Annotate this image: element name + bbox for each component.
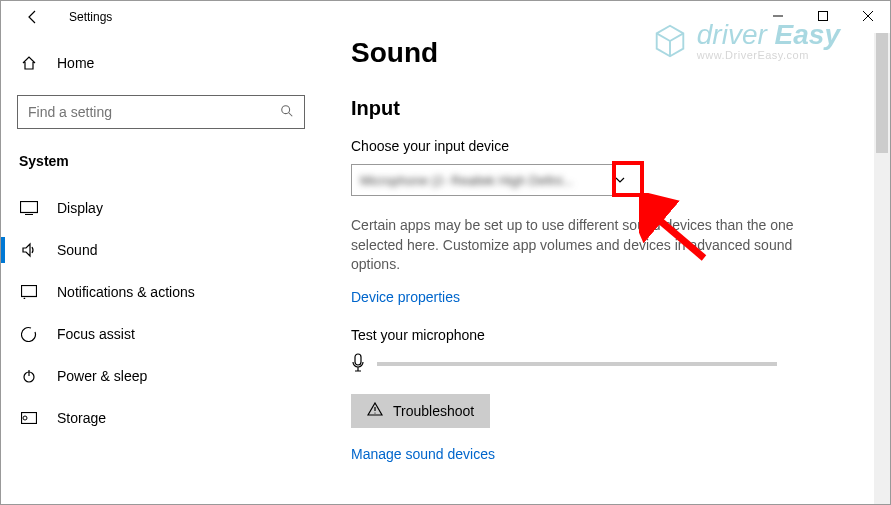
svg-point-4: [282, 105, 290, 113]
back-button[interactable]: [17, 1, 49, 33]
troubleshoot-button[interactable]: Troubleshoot: [351, 394, 490, 428]
sidebar-category: System: [9, 145, 313, 187]
warning-icon: [367, 402, 383, 419]
main-content: Sound Input Choose your input device Mic…: [321, 33, 890, 504]
mic-test-row: [351, 353, 860, 376]
svg-point-15: [374, 413, 375, 414]
focus-assist-icon: [19, 326, 39, 342]
test-mic-label: Test your microphone: [351, 327, 860, 343]
troubleshoot-label: Troubleshoot: [393, 403, 474, 419]
svg-line-5: [289, 112, 293, 116]
sidebar-item-label: Power & sleep: [57, 368, 147, 384]
chevron-down-icon: [608, 166, 632, 194]
svg-rect-11: [22, 413, 37, 424]
search-box[interactable]: [17, 95, 305, 129]
svg-point-12: [23, 416, 27, 420]
sidebar-item-label: Focus assist: [57, 326, 135, 342]
vertical-scrollbar[interactable]: [874, 33, 890, 504]
sidebar-item-display[interactable]: Display: [9, 187, 313, 229]
maximize-button[interactable]: [800, 1, 845, 31]
minimize-button[interactable]: [755, 1, 800, 31]
window-title: Settings: [69, 10, 112, 24]
input-device-dropdown[interactable]: Microphone (2- Realtek High Defini...: [351, 164, 641, 196]
choose-device-label: Choose your input device: [351, 138, 860, 154]
home-label: Home: [57, 55, 94, 71]
display-icon: [19, 201, 39, 215]
sidebar-item-label: Storage: [57, 410, 106, 426]
search-input[interactable]: [28, 104, 254, 120]
home-icon: [19, 55, 39, 71]
sidebar-item-label: Sound: [57, 242, 97, 258]
sidebar-item-storage[interactable]: Storage: [9, 397, 313, 439]
power-icon: [19, 368, 39, 384]
device-properties-link[interactable]: Device properties: [351, 289, 460, 305]
manage-sound-devices-link[interactable]: Manage sound devices: [351, 446, 495, 462]
svg-rect-6: [21, 202, 38, 213]
page-title: Sound: [351, 37, 860, 69]
sidebar-item-focus-assist[interactable]: Focus assist: [9, 313, 313, 355]
mic-level-bar: [377, 362, 777, 366]
sidebar: Home System Display Sound Notifica: [1, 33, 321, 504]
svg-rect-1: [818, 12, 827, 21]
svg-rect-8: [22, 286, 37, 297]
dropdown-selected-value: Microphone (2- Realtek High Defini...: [360, 173, 573, 188]
sidebar-item-notifications[interactable]: Notifications & actions: [9, 271, 313, 313]
search-icon: [280, 104, 294, 121]
input-device-helper-text: Certain apps may be set up to use differ…: [351, 216, 801, 275]
notifications-icon: [19, 285, 39, 299]
microphone-icon: [351, 353, 365, 376]
close-button[interactable]: [845, 1, 890, 31]
sidebar-item-sound[interactable]: Sound: [9, 229, 313, 271]
input-section-header: Input: [351, 97, 860, 120]
sidebar-home[interactable]: Home: [9, 43, 313, 83]
svg-rect-13: [355, 354, 361, 365]
sound-icon: [19, 242, 39, 258]
scrollbar-thumb[interactable]: [876, 33, 888, 153]
sidebar-item-power-sleep[interactable]: Power & sleep: [9, 355, 313, 397]
storage-icon: [19, 412, 39, 424]
sidebar-item-label: Notifications & actions: [57, 284, 195, 300]
window-controls: [755, 1, 890, 31]
sidebar-item-label: Display: [57, 200, 103, 216]
